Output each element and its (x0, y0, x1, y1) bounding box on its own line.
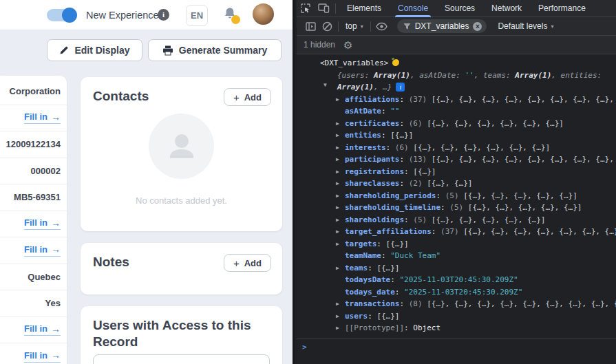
live-expression-eye-icon[interactable] (374, 22, 390, 31)
property-value: Object (413, 323, 440, 332)
expand-arrow-icon[interactable]: ▶ (336, 178, 345, 190)
console-property-row: ▶teams: [{…}] (320, 262, 616, 275)
expand-arrow-icon[interactable]: ▶ (336, 118, 345, 130)
generate-summary-button[interactable]: Generate Summary (148, 39, 282, 61)
generate-summary-label: Generate Summary (179, 45, 267, 56)
add-contact-button[interactable]: + Add (224, 88, 271, 106)
field-row: Fill in→ (0, 211, 67, 238)
divider (370, 21, 371, 32)
tab-performance[interactable]: Performance (530, 0, 594, 17)
expand-arrow-icon[interactable]: ▶ (336, 262, 345, 275)
console-filter-input[interactable]: DXT_variables × (397, 19, 487, 33)
log-levels-label: Default levels (498, 21, 547, 31)
property-count: (37) (409, 95, 432, 104)
console-sidebar-icon[interactable] (302, 22, 319, 31)
collapse-arrow-icon[interactable]: ▼ (323, 79, 332, 92)
printer-icon (162, 45, 173, 56)
lemon-emoji (392, 59, 399, 66)
info-badge-icon[interactable]: i (396, 83, 405, 92)
property-value: [{…}] (386, 239, 409, 248)
property-key: shareholding_periods (345, 191, 436, 200)
fill-in-label: Fill in (24, 217, 47, 228)
tab-network[interactable]: Network (483, 0, 530, 17)
console-output: <DXT_variables> ▼ {users: Array(1), asAt… (297, 54, 616, 364)
fill-in-label: Fill in (24, 111, 47, 122)
property-value: [{…}] (390, 131, 413, 140)
clear-filter-icon[interactable]: × (473, 22, 482, 31)
fill-in-link[interactable]: Fill in→ (24, 244, 61, 257)
console-settings-gear-icon[interactable]: ⚙ (343, 40, 352, 50)
property-value: [{…}] (376, 264, 399, 272)
inspect-element-icon[interactable] (297, 3, 315, 14)
notifications-button[interactable] (222, 6, 241, 25)
property-key: teams (345, 264, 368, 272)
expand-arrow-icon[interactable]: ▶ (336, 166, 345, 178)
property-key: todays_date (345, 288, 395, 297)
expand-arrow-icon[interactable]: ▶ (336, 94, 345, 106)
property-key: shareholding_timeline (345, 203, 440, 212)
property-value: [{…}] (376, 312, 399, 321)
arrow-right-icon: → (51, 220, 61, 226)
new-experience-toggle[interactable] (47, 9, 76, 21)
tab-elements[interactable]: Elements (339, 0, 390, 17)
expand-arrow-icon[interactable]: ▶ (336, 214, 345, 226)
fill-in-link[interactable]: Fill in→ (24, 350, 61, 363)
property-count: (5) (445, 191, 464, 200)
field-row: Yes (0, 290, 67, 317)
console-property-row: todaysDate: "2025-11-03T20:45:30.209Z" (320, 274, 616, 286)
plus-icon: + (233, 257, 240, 269)
users-access-input[interactable] (93, 354, 270, 364)
fill-in-link[interactable]: Fill in→ (24, 323, 61, 336)
arrow-right-icon: → (51, 352, 61, 358)
tab-sources[interactable]: Sources (436, 0, 483, 17)
add-note-button[interactable]: + Add (224, 254, 271, 272)
field-row: Fill in→ (0, 237, 67, 264)
property-key: asAtDate (345, 107, 381, 116)
edit-display-button[interactable]: Edit Display (47, 39, 142, 61)
expand-arrow-icon[interactable]: ▶ (336, 322, 345, 334)
toggle-knob (62, 8, 77, 23)
property-key: participants (345, 155, 399, 164)
preview-segment: Array(1) (374, 71, 410, 80)
console-property-row: ▶shareholding_periods: (5) [{…}, {…}, {…… (320, 190, 616, 202)
log-levels-selector[interactable]: Default levels ▾ (493, 21, 557, 31)
console-prompt[interactable]: > (297, 339, 616, 354)
expand-arrow-icon[interactable]: ▶ (336, 238, 345, 250)
preview-segment: Array(1) (337, 83, 374, 92)
property-key: target_affiliations (345, 227, 432, 236)
property-key: todaysDate (345, 275, 390, 284)
expand-arrow-icon[interactable]: ▶ (336, 153, 345, 166)
property-key: certificates (345, 119, 399, 128)
language-button[interactable]: EN (186, 5, 208, 26)
property-count: (37) (440, 227, 463, 236)
device-toolbar-icon[interactable] (315, 3, 332, 13)
console-property-row: ▶target_affiliations: (37) [{…}, {…}, {…… (320, 226, 616, 238)
tab-console[interactable]: Console (390, 0, 436, 17)
fill-in-link[interactable]: Fill in→ (24, 217, 61, 230)
expand-arrow-icon[interactable]: ▶ (336, 142, 345, 154)
property-key: shareclasses (345, 179, 399, 188)
arrow-right-icon: → (51, 325, 61, 332)
context-selector[interactable]: top ▾ (341, 21, 368, 31)
expand-arrow-icon[interactable]: ▶ (336, 190, 345, 202)
expand-arrow-icon[interactable]: ▶ (336, 202, 345, 214)
expand-arrow-icon[interactable]: ▶ (336, 310, 345, 323)
expand-arrow-icon[interactable]: ▶ (336, 298, 345, 310)
property-key: entities (345, 131, 381, 140)
expand-arrow-icon[interactable]: ▶ (336, 226, 345, 238)
property-key: teamName (345, 251, 381, 260)
user-avatar[interactable] (253, 3, 274, 25)
console-property-row: ▶participants: (13) [{…}, {…}, {…}, {…},… (320, 153, 616, 166)
add-note-label: Add (244, 258, 262, 268)
fill-in-link[interactable]: Fill in→ (24, 111, 61, 124)
property-count: (5) (449, 203, 468, 212)
contact-placeholder-avatar (149, 114, 214, 179)
info-icon[interactable]: i (158, 9, 169, 21)
console-property-row: ▶[[Prototype]]: Object (320, 322, 616, 334)
property-key: affiliations (345, 95, 399, 104)
property-count: (8) (409, 299, 427, 308)
clear-console-icon[interactable] (319, 21, 335, 32)
divider (335, 3, 336, 14)
console-property-row: ▶certificates: (6) [{…}, {…}, {…}, {…}, … (320, 118, 616, 130)
expand-arrow-icon[interactable]: ▶ (336, 129, 345, 142)
